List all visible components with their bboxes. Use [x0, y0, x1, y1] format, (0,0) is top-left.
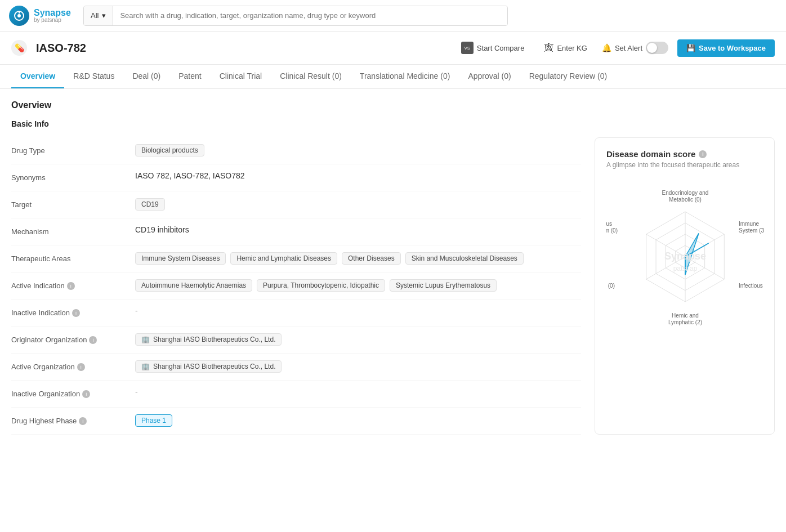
- tag-purpura: Purpura, Thrombocytopenic, Idiopathic: [257, 279, 385, 292]
- label-drug-type: Drug Type: [11, 144, 135, 155]
- svg-point-1: [17, 14, 21, 17]
- search-input[interactable]: [113, 6, 507, 26]
- tag-immune-system: Immune System Diseases: [135, 252, 226, 265]
- row-drug-type: Drug Type Biological products: [11, 137, 581, 164]
- label-endocrinology: Endocrinology and: [662, 190, 709, 196]
- tabs: Overview R&D Status Deal (0) Patent Clin…: [0, 65, 786, 89]
- chevron-down-icon: ▾: [102, 11, 106, 20]
- tab-clinical-trial[interactable]: Clinical Trial: [211, 65, 271, 88]
- row-mechanism: Mechanism CD19 inhibitors: [11, 218, 581, 245]
- content-layout: Drug Type Biological products Synonyms I…: [11, 137, 775, 435]
- tab-patent[interactable]: Patent: [169, 65, 210, 88]
- set-alert-toggle[interactable]: [646, 42, 668, 54]
- info-icon-active-indication[interactable]: i: [67, 282, 75, 290]
- value-drug-highest-phase: Phase 1: [135, 414, 581, 427]
- row-inactive-indication: Inactive Indication i -: [11, 299, 581, 327]
- drug-bar: 💊 IASO-782 VS Start Compare 🕸 Enter KG 🔔…: [0, 32, 786, 65]
- value-active-indication: Autoimmune Haemolytic Anaemias Purpura, …: [135, 279, 581, 292]
- tab-regulatory-review[interactable]: Regulatory Review (0): [520, 65, 617, 88]
- tab-overview[interactable]: Overview: [11, 65, 64, 88]
- tag-systemic-lupus: Systemic Lupus Erythematosus: [390, 279, 497, 292]
- label-nervous: Nervous: [606, 221, 612, 227]
- org-tag-originator: 🏢 Shanghai IASO Biotherapeutics Co., Ltd…: [135, 333, 282, 346]
- org-icon-active: 🏢: [141, 363, 150, 370]
- radar-svg: Synapse patsnap Endocrinology and Metabo…: [606, 178, 764, 336]
- label-immune: Immune: [739, 221, 760, 227]
- logo-sub: by patsnap: [34, 17, 71, 23]
- inactive-indication-dash: -: [135, 306, 138, 315]
- synonyms-text: IASO 782, IASO-782, IASO782: [135, 171, 245, 180]
- filter-dropdown[interactable]: All ▾: [84, 6, 113, 25]
- label-drug-highest-phase: Drug Highest Phase i: [11, 414, 135, 425]
- tab-deal[interactable]: Deal (0): [123, 65, 169, 88]
- phase-tag: Phase 1: [135, 414, 172, 427]
- disease-card-subtitle: A glimpse into the focused therapeutic a…: [606, 161, 763, 169]
- label-inactive-org: Inactive Organization i: [11, 387, 135, 398]
- value-inactive-indication: -: [135, 306, 581, 315]
- row-synonyms: Synonyms IASO 782, IASO-782, IASO782: [11, 164, 581, 191]
- logo-name: Synapse: [34, 8, 71, 17]
- label-target: Target: [11, 198, 135, 209]
- enter-kg-button[interactable]: 🕸 Enter KG: [539, 39, 592, 56]
- start-compare-button[interactable]: VS Start Compare: [455, 38, 530, 57]
- label-hemic-2: Lymphatic (2): [668, 319, 702, 325]
- tag-other-diseases: Other Diseases: [342, 252, 401, 265]
- info-icon-inactive-org[interactable]: i: [82, 390, 90, 398]
- info-icon-originator-org[interactable]: i: [89, 336, 97, 344]
- label-therapeutic-areas: Therapeutic Areas: [11, 252, 135, 263]
- disease-card-title: Disease domain score i: [606, 149, 763, 159]
- row-drug-highest-phase: Drug Highest Phase i Phase 1: [11, 408, 581, 435]
- row-active-indication: Active Indication i Autoimmune Haemolyti…: [11, 272, 581, 299]
- row-target: Target CD19: [11, 191, 581, 218]
- logo-icon: [9, 6, 29, 26]
- info-icon-disease-domain[interactable]: i: [699, 150, 707, 158]
- label-neoplasms: Neoplasms (0): [606, 283, 615, 289]
- save-icon: 💾: [686, 44, 695, 52]
- inactive-org-dash: -: [135, 387, 138, 396]
- main-content: Overview Basic Info Drug Type Biological…: [0, 89, 786, 446]
- save-to-workspace-button[interactable]: 💾 Save to Workspace: [677, 39, 775, 57]
- tag-autoimmune-haemolytic: Autoimmune Haemolytic Anaemias: [135, 279, 252, 292]
- info-icon-drug-phase[interactable]: i: [79, 417, 87, 425]
- tab-approval[interactable]: Approval (0): [459, 65, 520, 88]
- pill-icon: 💊: [11, 40, 27, 56]
- value-drug-type: Biological products: [135, 144, 581, 157]
- value-active-org: 🏢 Shanghai IASO Biotherapeutics Co., Ltd…: [135, 360, 581, 373]
- org-icon: 🏢: [141, 336, 150, 343]
- value-target: CD19: [135, 198, 581, 211]
- row-inactive-org: Inactive Organization i -: [11, 381, 581, 408]
- toggle-knob: [647, 43, 657, 53]
- basic-info-title: Basic Info: [11, 119, 775, 128]
- tab-clinical-result[interactable]: Clinical Result (0): [271, 65, 351, 88]
- value-therapeutic-areas: Immune System Diseases Hemic and Lymphat…: [135, 252, 581, 265]
- label-nervous-2: System (0): [606, 227, 618, 234]
- watermark-synapse: Synapse: [664, 251, 706, 262]
- value-mechanism: CD19 inhibitors: [135, 225, 581, 234]
- info-icon-inactive-indication[interactable]: i: [72, 309, 80, 317]
- org-tag-active: 🏢 Shanghai IASO Biotherapeutics Co., Ltd…: [135, 360, 282, 373]
- alert-icon: 🔔: [602, 43, 611, 52]
- tag-skin-musculoskeletal: Skin and Musculoskeletal Diseases: [405, 252, 524, 265]
- label-active-indication: Active Indication i: [11, 279, 135, 290]
- overview-title: Overview: [11, 100, 775, 110]
- drug-name: IASO-782: [36, 42, 446, 55]
- info-icon-active-org[interactable]: i: [77, 363, 85, 371]
- radar-chart: Synapse patsnap Endocrinology and Metabo…: [606, 178, 764, 336]
- tab-rd-status[interactable]: R&D Status: [64, 65, 123, 88]
- search-filter-bar: All ▾: [83, 6, 508, 26]
- label-inactive-indication: Inactive Indication i: [11, 306, 135, 317]
- radar-grid: Synapse patsnap: [646, 212, 725, 302]
- label-synonyms: Synonyms: [11, 171, 135, 182]
- logo: Synapse by patsnap: [9, 6, 77, 26]
- label-immune-2: System (3): [739, 227, 764, 234]
- value-originator-org: 🏢 Shanghai IASO Biotherapeutics Co., Ltd…: [135, 333, 581, 346]
- label-endocrinology-2: Metabolic (0): [669, 196, 702, 203]
- drug-actions: VS Start Compare 🕸 Enter KG 🔔 Set Alert …: [455, 38, 775, 57]
- label-mechanism: Mechanism: [11, 225, 135, 236]
- row-originator-org: Originator Organization i 🏢 Shanghai IAS…: [11, 327, 581, 354]
- tag-biological-products: Biological products: [135, 144, 204, 157]
- tab-translational-medicine[interactable]: Translational Medicine (0): [351, 65, 459, 88]
- watermark-patsnap: patsnap: [673, 265, 698, 272]
- label-active-org: Active Organization i: [11, 360, 135, 371]
- disease-domain-card: Disease domain score i A glimpse into th…: [595, 137, 775, 435]
